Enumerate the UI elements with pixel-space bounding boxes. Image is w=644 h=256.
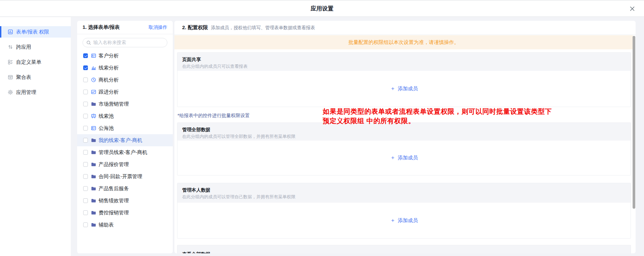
sidebar-item[interactable]: 跨应用 — [0, 41, 71, 53]
checkbox[interactable] — [83, 198, 88, 203]
folder-icon — [91, 101, 96, 107]
section-title: 管理全部数据 — [182, 126, 626, 133]
sidebar-item-label: 自定义菜单 — [16, 59, 41, 65]
checkbox[interactable] — [83, 210, 88, 215]
aggregate-table-icon — [8, 74, 13, 80]
form-item-label: 辅助表 — [99, 222, 114, 228]
form-list-item[interactable]: 我的线索-客户-商机 — [77, 134, 173, 146]
plus-icon: ＋ — [390, 154, 395, 161]
section-title: 管理本人数据 — [182, 187, 626, 193]
form-list-item[interactable]: 客户分析 — [77, 50, 173, 62]
checkbox[interactable] — [83, 126, 88, 131]
sidebar-item[interactable]: 自定义菜单 — [0, 56, 71, 68]
form-item-label: 产品报价管理 — [99, 161, 129, 168]
folder-icon — [91, 198, 96, 203]
permission-desc: 添加成员，授权他们填写、管理表单数据或查看报表 — [211, 25, 315, 31]
folder-icon — [91, 138, 96, 143]
line-chart-icon — [91, 89, 96, 95]
form-list-item[interactable]: 管理员线索-客户-商机 — [77, 146, 173, 158]
search-input[interactable]: 输入名称来搜索 — [83, 38, 167, 47]
vertical-scrollbar[interactable] — [633, 36, 635, 209]
plus-icon: ＋ — [390, 85, 395, 92]
contact-card-icon — [91, 53, 96, 58]
checkbox[interactable] — [83, 222, 88, 227]
folder-icon — [91, 210, 96, 215]
sidebar: 表单/报表 权限跨应用自定义菜单聚合表应用管理 — [0, 17, 71, 256]
modal-title: 应用设置 — [311, 5, 333, 12]
sidebar-item[interactable]: 聚合表 — [0, 71, 71, 83]
permission-panel: 2. 配置权限 添加成员，授权他们填写、管理表单数据或查看报表 批量配置的权限组… — [174, 21, 636, 253]
checkbox[interactable] — [83, 138, 88, 143]
sidebar-item-label: 聚合表 — [16, 74, 31, 81]
checkbox[interactable] — [83, 65, 88, 70]
section-subtitle: 在此分组内的成员可以管理自己数据，并拥有所有菜单权限 — [182, 194, 626, 200]
checkbox[interactable] — [83, 78, 88, 82]
checkbox[interactable] — [83, 90, 88, 94]
form-item-label: 合同-回款-开票管理 — [99, 173, 142, 180]
form-item-label: 费控报销管理 — [99, 210, 129, 216]
batch-control-permission-link[interactable]: *给报表中的控件进行批量权限设置 — [177, 113, 250, 119]
close-icon[interactable] — [630, 6, 635, 11]
sidebar-item[interactable]: 应用管理 — [0, 87, 71, 98]
form-list-item[interactable]: 公海池 — [77, 122, 173, 134]
section-title: 页面共享 — [182, 56, 626, 63]
form-list: 客户分析线索分析商机分析跟进分析市场营销管理线索池公海池我的线索-客户-商机管理… — [77, 50, 173, 231]
form-list-item[interactable]: 市场营销管理 — [77, 98, 173, 110]
plus-icon: ＋ — [390, 217, 395, 224]
batch-notice-text: 批量配置的权限组以本次设置为准，请谨慎操作。 — [348, 39, 459, 46]
checkbox[interactable] — [83, 102, 88, 106]
form-item-label: 线索分析 — [99, 65, 119, 71]
section-manage-all-data: 管理全部数据 在此分组内的成员可以管理全部数据，并拥有所有菜单权限 ＋添加成员 — [177, 122, 631, 175]
batch-notice-banner: 批量配置的权限组以本次设置为准，请谨慎操作。 — [174, 35, 633, 49]
add-member-button[interactable]: ＋添加成员 — [390, 154, 418, 161]
form-list-item[interactable]: 费控报销管理 — [77, 207, 173, 219]
sidebar-item[interactable]: 表单/报表 权限 — [0, 26, 71, 38]
section-page-share: 页面共享 在此分组内的成员只可以查看报表 ＋添加成员 — [177, 52, 631, 107]
form-item-label: 市场营销管理 — [99, 101, 129, 107]
form-list-item[interactable]: 产品报价管理 — [77, 158, 173, 170]
form-select-header: 1. 选择表单/报表 取消操作 — [77, 21, 173, 34]
add-member-button[interactable]: ＋添加成员 — [390, 85, 418, 92]
bar-chart-icon — [91, 65, 96, 70]
checkbox[interactable] — [83, 186, 88, 191]
form-item-label: 商机分析 — [99, 77, 119, 83]
section-subtitle: 在此分组内的成员只可以查看报表 — [182, 63, 626, 69]
form-item-label: 销售绩效管理 — [99, 198, 129, 204]
search-icon — [86, 40, 91, 45]
section-manage-own-data: 管理本人数据 在此分组内的成员可以管理自己数据，并拥有所有菜单权限 ＋添加成员 — [177, 183, 631, 239]
modal-header: 应用设置 — [0, 0, 644, 17]
app-manage-icon — [8, 90, 13, 95]
form-list-item[interactable]: 合同-回款-开票管理 — [77, 170, 173, 183]
sidebar-item-label: 应用管理 — [16, 89, 36, 96]
section-view-all-data: 查看全部数据 — [177, 245, 631, 253]
folder-icon — [91, 162, 96, 167]
form-list-item[interactable]: 跟进分析 — [77, 86, 173, 98]
form-item-label: 产品售后服务 — [99, 186, 129, 192]
checkbox[interactable] — [83, 53, 88, 58]
checkbox[interactable] — [83, 114, 88, 118]
folder-icon — [91, 174, 96, 179]
form-list-item[interactable]: 商机分析 — [77, 74, 173, 86]
folder-icon — [91, 222, 96, 227]
sidebar-item-label: 跨应用 — [16, 44, 31, 50]
form-select-title: 1. 选择表单/报表 — [83, 24, 120, 31]
form-list-item[interactable]: 产品售后服务 — [77, 183, 173, 195]
custom-menu-icon — [8, 59, 13, 65]
checkbox[interactable] — [83, 150, 88, 155]
clock-icon — [91, 77, 96, 83]
form-list-item[interactable]: 销售绩效管理 — [77, 195, 173, 207]
presentation-icon — [91, 113, 96, 119]
section-title: 查看全部数据 — [182, 251, 626, 253]
checkbox[interactable] — [83, 162, 88, 167]
contact-card-icon — [91, 125, 96, 131]
cancel-action-link[interactable]: 取消操作 — [149, 24, 167, 31]
form-report-icon — [8, 29, 13, 35]
add-member-button[interactable]: ＋添加成员 — [390, 217, 418, 224]
form-list-item[interactable]: 线索分析 — [77, 62, 173, 74]
form-list-item[interactable]: 线索池 — [77, 110, 173, 122]
red-annotation: 如果是同类型的表单或者流程表单设置权限，则可以同时批量设置该类型下 预定义权限组… — [323, 107, 552, 125]
form-item-label: 我的线索-客户-商机 — [99, 137, 142, 144]
sidebar-item-label: 表单/报表 权限 — [16, 29, 49, 35]
form-list-item[interactable]: 辅助表 — [77, 219, 173, 231]
checkbox[interactable] — [83, 174, 88, 179]
